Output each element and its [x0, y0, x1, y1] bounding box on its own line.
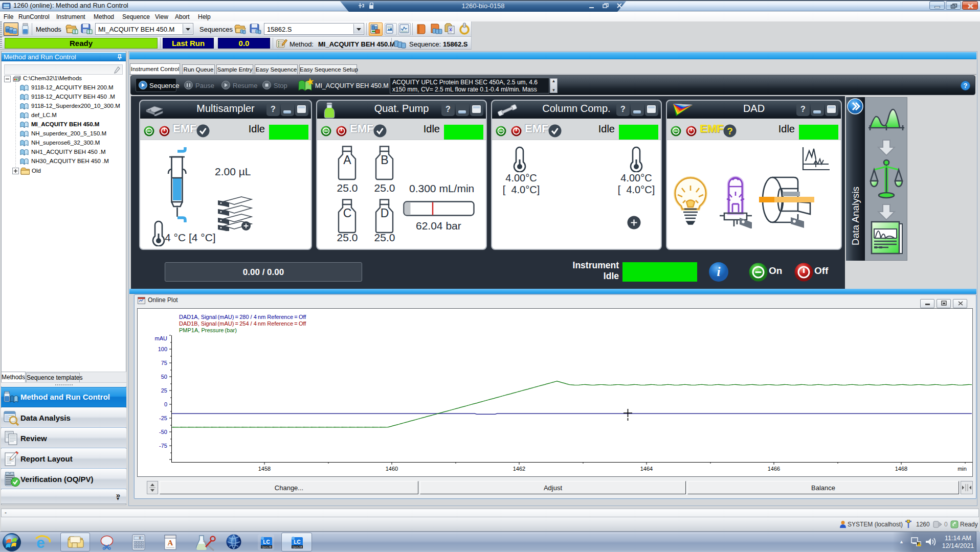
svg-text:OpenLAB: OpenLAB	[292, 546, 302, 548]
svg-text:1464: 1464	[640, 466, 653, 472]
svg-text:75: 75	[161, 360, 167, 366]
svg-text:-25: -25	[159, 415, 167, 421]
svg-text:1462: 1462	[513, 466, 525, 472]
svg-text:-50: -50	[159, 429, 167, 435]
svg-text:1468: 1468	[895, 466, 907, 472]
svg-text:-75: -75	[159, 443, 167, 449]
svg-text:50: 50	[161, 374, 167, 380]
svg-text:min: min	[957, 466, 967, 472]
svg-text:C: C	[343, 206, 352, 220]
svg-text:1458: 1458	[258, 466, 271, 472]
svg-text:LC: LC	[263, 539, 270, 545]
svg-text:?: ?	[964, 82, 968, 89]
svg-text:Data Analysis: Data Analysis	[850, 187, 861, 245]
svg-text:0: 0	[164, 401, 167, 407]
svg-text:i: i	[717, 265, 721, 279]
svg-text:OpenLAB: OpenLAB	[261, 546, 272, 548]
svg-text:A: A	[343, 153, 351, 167]
svg-text:LC: LC	[294, 539, 300, 545]
svg-text:mAU: mAU	[155, 335, 168, 341]
svg-text:25: 25	[161, 387, 167, 394]
svg-text:1460: 1460	[386, 466, 398, 472]
svg-text:B: B	[381, 153, 388, 167]
svg-text:0: 0	[139, 536, 141, 540]
svg-text:A: A	[168, 539, 173, 547]
svg-text:1466: 1466	[768, 466, 780, 472]
svg-text:D: D	[381, 206, 389, 220]
svg-text:?: ?	[727, 126, 733, 136]
svg-text:100: 100	[158, 346, 167, 352]
